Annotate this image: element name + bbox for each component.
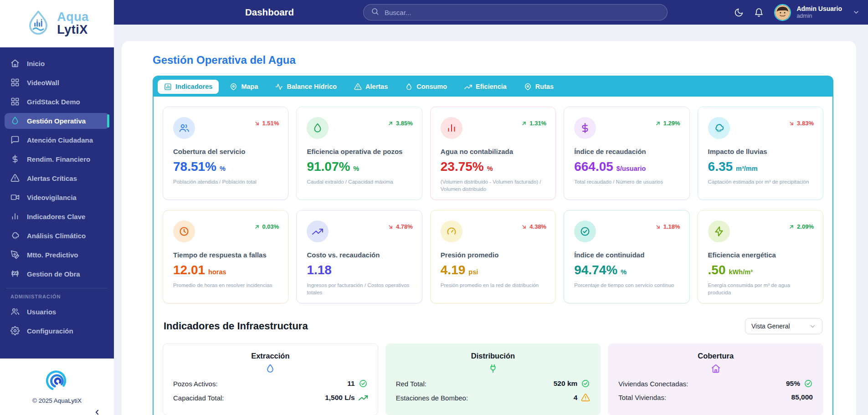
kpi-grid: 1.51%Cobertura del servicio78.51%%Poblac… <box>163 107 823 303</box>
users-icon <box>173 117 195 139</box>
sidebar-collapse-button[interactable] <box>93 408 101 415</box>
kpi-value: 23.75%% <box>441 159 545 174</box>
home-icon <box>618 364 813 374</box>
pen-tool-icon <box>10 250 20 259</box>
kpi-value: 4.19psi <box>441 263 545 277</box>
arrow-down-right-icon <box>521 224 527 230</box>
plug-icon <box>396 364 591 374</box>
sidebar-item-videovigilancia[interactable]: Videovigilancia <box>5 190 109 205</box>
sidebar-item-configuracion[interactable]: Configuración <box>5 323 109 339</box>
infrastructure-grid: ExtracciónPozos Activos:11Capacidad Tota… <box>163 343 823 415</box>
kpi-card-cobertura-del-servicio: 1.51%Cobertura del servicio78.51%%Poblac… <box>163 107 288 200</box>
sidebar-item-alertas-criticas[interactable]: Alertas Críticas <box>5 170 109 186</box>
sidebar-item-rendim-financiero[interactable]: Rendim. Financiero <box>5 151 109 167</box>
sidebar-section-label: ADMINISTRACIÓN <box>5 292 109 302</box>
sidebar-item-label: Videovigilancia <box>27 194 77 201</box>
user-avatar[interactable] <box>774 4 791 21</box>
sidebar-item-usuarios[interactable]: Usuarios <box>5 304 109 320</box>
arrow-down-right-icon <box>254 120 260 127</box>
infra-card-distribucion: DistribuciónRed Total:520 kmEstaciones d… <box>385 343 601 415</box>
kpi-trend-value: 4.38% <box>529 223 546 230</box>
sidebar-item-atencion-ciudadana[interactable]: Atención Ciudadana <box>5 132 109 148</box>
kpi-value: 12.01horas <box>173 263 278 277</box>
tab-alertas[interactable]: Alertas <box>348 80 394 94</box>
user-role: admin <box>796 13 842 20</box>
kpi-title: Costo vs. recaudación <box>307 251 411 259</box>
sidebar-item-label: Indicadores Clave <box>27 213 85 220</box>
view-selector-dropdown[interactable]: Vista General <box>745 318 822 334</box>
check-circle-icon <box>804 379 813 388</box>
infra-row-value: 4 <box>574 394 578 402</box>
arrow-down-right-icon <box>788 120 795 127</box>
kpi-description: (Volumen distribuido - Volumen facturado… <box>441 178 545 193</box>
infra-row-label: Viviendas Conectadas: <box>618 380 688 388</box>
tab-label: Rutas <box>535 83 554 90</box>
sidebar-item-indicadores-clave[interactable]: Indicadores Clave <box>5 209 109 225</box>
sidebar-item-gestion-de-obra[interactable]: Gestion de Obra <box>5 266 109 282</box>
kpi-title: Tiempo de respuesta a fallas <box>173 251 278 259</box>
kpi-card-eficiencia-operativa-de-pozos: 3.85%Eficiencia operativa de pozos91.07%… <box>296 107 422 200</box>
cloud-rain-icon <box>708 117 730 139</box>
kpi-value-unit: kWh/m³ <box>729 268 753 276</box>
search-box[interactable] <box>363 4 668 20</box>
tab-label: Eficiencia <box>476 83 507 90</box>
kpi-trend: 4.78% <box>387 223 413 230</box>
page-title: Gestión Operativa del Agua <box>153 54 856 67</box>
tab-rutas[interactable]: Rutas <box>518 80 560 94</box>
sidebar-item-label: Rendim. Financiero <box>27 155 90 163</box>
search-input[interactable] <box>384 8 660 17</box>
sidebar-item-videowall[interactable]: VideoWall <box>5 75 109 91</box>
kpi-trend: 0.03% <box>254 223 279 230</box>
arrow-up-right-icon <box>655 120 661 127</box>
kpi-description: Caudal extraído / Capacidad máxima <box>307 178 411 185</box>
kpi-card-eficiencia-energetica: 2.09%Eficiencia energética.50kWh/m³Energ… <box>698 210 823 303</box>
kpi-value-unit: psi <box>468 268 478 276</box>
dollar-icon <box>574 117 596 139</box>
kpi-description: Total recaudado / Número de usuarios <box>574 178 679 185</box>
kpi-title: Índice de continuidad <box>574 251 679 259</box>
water-drop-logo-icon <box>25 10 51 38</box>
map-pin-icon <box>524 83 532 91</box>
sidebar-item-gridstack-demo[interactable]: GridStack Demo <box>5 94 109 110</box>
kpi-trend-value: 4.78% <box>396 223 413 230</box>
tab-mapa[interactable]: Mapa <box>223 80 264 94</box>
sidebar-item-mtto-predictivo[interactable]: Mtto. Predictivo <box>5 247 109 263</box>
sidebar-item-label: Análisis Climático <box>27 232 86 240</box>
kpi-card-impacto-de-lluvias: 3.83%Impacto de lluvias6.35m³/mmCaptació… <box>698 107 823 200</box>
kpi-value: 78.51%% <box>173 159 278 174</box>
notifications-bell-icon[interactable] <box>754 8 764 17</box>
droplet-icon <box>173 364 368 374</box>
user-menu-chevron-down-icon[interactable] <box>853 9 860 16</box>
kpi-title: Cobertura del servicio <box>173 148 278 155</box>
kpi-value-unit: $/usuario <box>616 165 646 172</box>
zap-icon <box>708 220 730 242</box>
kpi-title: Agua no contabilizada <box>441 148 545 155</box>
tab-consumo[interactable]: Consumo <box>399 80 453 94</box>
tab-label: Alertas <box>365 83 388 90</box>
infra-card-title: Distribución <box>396 352 591 360</box>
bar-chart-icon <box>10 212 20 221</box>
kpi-value: 1.18 <box>307 263 411 277</box>
search-icon <box>371 7 379 17</box>
kpi-title: Índice de recaudación <box>574 148 679 155</box>
sidebar-item-inicio[interactable]: Inicio <box>5 56 109 72</box>
sidebar-item-label: Inicio <box>27 60 45 67</box>
tab-label: Mapa <box>241 83 258 90</box>
droplet-icon <box>405 83 413 91</box>
sidebar-item-label: Gestion de Obra <box>27 270 80 278</box>
sidebar-item-analisis-climatico[interactable]: Análisis Climático <box>5 228 109 244</box>
infra-row-viviendas-conectadas: Viviendas Conectadas:95% <box>618 379 813 388</box>
tab-indicadores[interactable]: Indicadores <box>158 80 219 94</box>
tab-balance-hidrico[interactable]: Balance Hídrico <box>269 80 343 94</box>
brand-name: Aqua LytiX <box>57 11 89 36</box>
dark-mode-toggle-moon-icon[interactable] <box>734 8 744 17</box>
activity-icon <box>275 83 283 91</box>
kpi-value-number: 6.35 <box>708 159 733 174</box>
kpi-value-number: 94.74% <box>574 263 617 277</box>
user-menu[interactable]: Admin Usuario admin <box>796 5 842 20</box>
brand-name-top: Aqua <box>57 11 89 24</box>
kpi-value: 664.05$/usuario <box>574 159 679 174</box>
app-logo: Aqua LytiX <box>0 0 114 47</box>
sidebar-item-gestion-operativa[interactable]: Gestión Operativa <box>5 113 109 129</box>
tab-eficiencia[interactable]: Eficiencia <box>458 80 513 94</box>
